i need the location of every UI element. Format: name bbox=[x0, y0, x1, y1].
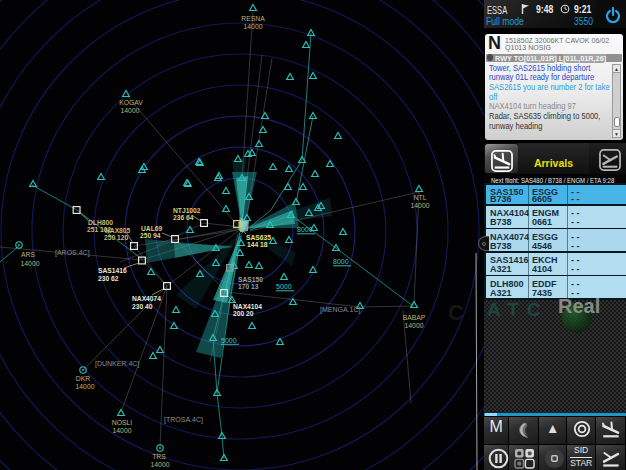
svg-text:SAS635: SAS635 bbox=[246, 234, 271, 241]
svg-text:14000: 14000 bbox=[411, 202, 430, 209]
svg-text:[AROS.4C]: [AROS.4C] bbox=[55, 249, 90, 257]
svg-text:NTJ1002: NTJ1002 bbox=[173, 207, 201, 214]
svg-text:NAX805: NAX805 bbox=[105, 227, 131, 234]
svg-text:NAX4104: NAX4104 bbox=[233, 303, 262, 310]
svg-text:SAS1416: SAS1416 bbox=[98, 267, 127, 274]
svg-text:230 40: 230 40 bbox=[132, 303, 153, 310]
svg-text:250 94: 250 94 bbox=[140, 232, 161, 239]
svg-text:BABAP: BABAP bbox=[403, 314, 426, 321]
svg-text:[MENGA.1C]: [MENGA.1C] bbox=[320, 306, 361, 314]
svg-text:UAL69: UAL69 bbox=[141, 225, 162, 232]
svg-text:14000: 14000 bbox=[121, 107, 140, 114]
svg-text:14000: 14000 bbox=[405, 322, 424, 329]
svg-text:200 20: 200 20 bbox=[233, 310, 254, 317]
svg-text:144 18: 144 18 bbox=[247, 241, 268, 248]
svg-text:[DUNKER.4C]: [DUNKER.4C] bbox=[95, 360, 139, 368]
svg-text:NTL: NTL bbox=[414, 194, 427, 201]
svg-text:C: C bbox=[448, 300, 464, 325]
svg-text:DLH800: DLH800 bbox=[88, 219, 113, 226]
svg-text:DKR: DKR bbox=[76, 375, 90, 382]
svg-text:NOSLI: NOSLI bbox=[112, 419, 133, 426]
svg-text:14000: 14000 bbox=[151, 461, 170, 468]
svg-text:ARS: ARS bbox=[21, 251, 35, 258]
svg-text:KOGAV: KOGAV bbox=[119, 99, 143, 106]
svg-text:14000: 14000 bbox=[113, 427, 132, 434]
svg-text:RESNA: RESNA bbox=[241, 15, 265, 22]
svg-text:14000: 14000 bbox=[76, 383, 95, 390]
svg-text:NAX4074: NAX4074 bbox=[132, 295, 161, 302]
svg-text:230 62: 230 62 bbox=[98, 275, 119, 282]
svg-text:SAS150: SAS150 bbox=[238, 276, 263, 283]
svg-text:14000: 14000 bbox=[244, 23, 263, 30]
svg-text:14000: 14000 bbox=[21, 260, 40, 267]
svg-text:TRS: TRS bbox=[152, 453, 166, 460]
svg-text:8000: 8000 bbox=[297, 226, 313, 233]
svg-text:170 13: 170 13 bbox=[238, 283, 259, 290]
svg-text:5000: 5000 bbox=[221, 337, 237, 344]
svg-text:236 64: 236 64 bbox=[173, 214, 194, 221]
svg-text:8000: 8000 bbox=[333, 258, 349, 265]
svg-text:5000: 5000 bbox=[276, 283, 292, 290]
svg-text:[TROSA.4C]: [TROSA.4C] bbox=[164, 416, 203, 424]
svg-text:250 120: 250 120 bbox=[104, 234, 128, 241]
